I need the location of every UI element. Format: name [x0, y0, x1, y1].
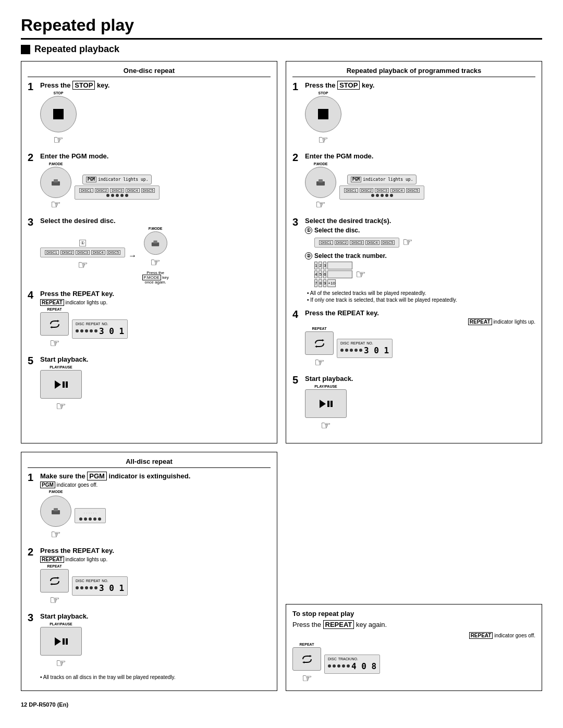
rprog-hand-1: ☞	[318, 133, 328, 147]
rprog-repeat-label: REPEAT	[312, 327, 327, 330]
rprog-play-icons	[320, 400, 333, 408]
rprog-repeat-note: REPEAT indicator lights up.	[305, 319, 535, 325]
dot-2	[111, 194, 114, 197]
hand-icon-4: ☞	[150, 256, 161, 269]
step-num-2: 2	[28, 152, 37, 163]
pause-bar-1	[63, 381, 65, 388]
ad-repeat-st: REPEAT	[86, 579, 101, 583]
track-8: 8	[319, 279, 322, 287]
to-stop-title: To stop repeat play	[292, 610, 535, 618]
rprog-stop-label: STOP	[319, 91, 328, 95]
rprog-dot-10	[359, 349, 362, 352]
rprog-disc-row: DISC1 DISC2 DISC3 DISC4 DISC5	[344, 188, 420, 193]
rprog-dot-1	[371, 194, 374, 197]
dot-3	[116, 194, 119, 197]
repeat-note-1: REPEAT indicator lights up.	[40, 300, 271, 305]
step-1: 1 Press the STOP key. STOP ☞	[28, 81, 271, 147]
rprog-status-row: DISC REPEAT NO.	[340, 341, 373, 345]
to-stop-hand: ☞	[302, 672, 312, 685]
ad-step-3-illustration: PLAY/PAUSE ☞	[40, 622, 271, 670]
repeat-label-1: REPEAT	[47, 307, 62, 311]
svg-marker-9	[315, 346, 317, 348]
pgm-display-area: PGM indicator lights up. DISC1 DISC2 DIS…	[75, 175, 160, 200]
ad-step-1-content: Make sure the PGM indicator is extinguis…	[40, 472, 271, 541]
sub-step-1-text: Select the disc.	[314, 227, 413, 234]
arrow-1: →	[128, 251, 137, 261]
repeat-display-inner: DISC REPEAT NO. 3 0 1	[76, 322, 124, 336]
pmode-note: Press the P.MODE key once again.	[140, 270, 171, 285]
main-two-col: One-disc repeat 1 Press the STOP key. ST…	[21, 61, 542, 443]
hand-icon-1: ☞	[53, 133, 64, 147]
to-stop-repeat-btn: REPEAT ☞	[292, 643, 321, 685]
rprog-dot-7	[345, 349, 348, 352]
to-stop-dot-row: 4 0 8	[328, 661, 376, 671]
rprog-step-3: 3 Select the desired track(s). ① Select …	[292, 217, 535, 304]
svg-marker-5	[50, 326, 52, 328]
circle-sub-2: ②	[305, 252, 312, 260]
disc-row-1: DISC1 DISC2 DISC3 DISC4 DISC5	[79, 188, 155, 193]
rprog-step-1-content: Press the STOP key. STOP ☞	[305, 81, 535, 147]
pgm-btn-2	[144, 231, 167, 255]
ad-dot-5	[98, 517, 101, 521]
svg-rect-11	[54, 508, 58, 511]
sub-disc-2: DISC2	[335, 240, 349, 245]
rprog-pgm-display: PGM indicator lights up.	[347, 175, 417, 184]
step-2: 2 Enter the PGM mode. P.MODE ☞	[28, 152, 271, 212]
ad-pgm-btn-area: P.MODE ☞	[40, 490, 71, 541]
repeat-prog-title: Repeated playback of programmed tracks	[292, 67, 535, 77]
to-stop-rep-label: REPEAT	[300, 643, 314, 646]
ad-step-2-illustration: REPEAT ☞ DISC REPEAT NO.	[40, 564, 271, 607]
rprog-step-5-content: Start playback. PLAY/PAUSE	[305, 375, 535, 433]
step-5-text: Start playback.	[40, 355, 271, 363]
to-stop-repeat-box: REPEAT	[323, 620, 354, 629]
ad-dot-3	[89, 517, 92, 521]
ad-step-num-2: 2	[28, 547, 37, 557]
rprog-step-2-row: Enter the PGM mode. P.MODE ☞	[305, 152, 535, 212]
to-stop-rep-icon	[292, 647, 321, 671]
ad-dot-row	[79, 517, 101, 521]
repeat-status: REPEAT	[86, 322, 101, 326]
dot-9	[90, 329, 93, 332]
step-5-content: Start playback. PLAY/PAUSE	[40, 355, 271, 413]
ad-repeat-display: DISC REPEAT NO. 3 0 1	[72, 576, 128, 596]
ad-pgm-box: PGM	[40, 482, 55, 488]
track-row-3: 7 8 9 +10	[314, 279, 352, 287]
sub-step-2-text: Select the track number.	[314, 252, 387, 260]
circle-1: ①	[79, 240, 86, 246]
rprog-step-4: 4 Press the REPEAT key. REPEAT indicator…	[292, 309, 535, 369]
track-empty-2	[327, 270, 352, 278]
svg-rect-1	[54, 179, 58, 182]
bullet-2: If only one track is selected, that trac…	[307, 297, 535, 303]
svg-marker-14	[310, 655, 312, 657]
bullet-notes-1: All of the selected tracks will be playe…	[307, 290, 535, 303]
ad-repeat-box: REPEAT	[40, 556, 64, 563]
rprog-step-2-content: Enter the PGM mode. P.MODE ☞	[305, 152, 535, 212]
rprog-no-status: NO.	[366, 341, 373, 345]
step-2-row: Enter the PGM mode. P.MODE ☞	[40, 152, 271, 212]
rprog-hand-2: ☞	[315, 198, 326, 212]
rprog-step-num-2: 2	[292, 152, 302, 163]
ad-no-st: NO.	[102, 579, 108, 583]
ad-no-disc: · · · · · ·	[84, 511, 96, 515]
play-label-1: PLAY/PAUSE	[50, 365, 72, 369]
rprog-repeat-status: REPEAT	[351, 341, 365, 345]
disc-display-1: DISC1 DISC2 DISC3 DISC4 DISC5	[75, 186, 160, 200]
hand-icon-3: ☞	[78, 258, 88, 272]
track-7: 7	[314, 279, 317, 287]
step-5-illustration: PLAY/PAUSE ☞	[40, 365, 271, 413]
ad-hand-3: ☞	[56, 657, 66, 670]
to-stop-disp-inner: DISC TRACK/NO. 4 0 8	[328, 657, 376, 671]
step-3-illustration: ① DISC1 DISC2 DISC3 DISC4 DISC5 ☞	[40, 227, 271, 285]
step-num-3: 3	[28, 217, 37, 227]
play-btn-icon-1	[40, 370, 82, 399]
dot-7	[80, 329, 83, 332]
rprog-pause-bars	[327, 401, 333, 407]
ad-step-1-illustration: P.MODE ☞ · · · · · ·	[40, 490, 271, 541]
ts-dot-3	[337, 664, 340, 668]
to-stop-text: Press the REPEAT key again.	[292, 621, 535, 628]
sub-hand-2: ☞	[356, 268, 366, 281]
ad-step-2: 2 Press the REPEAT key. REPEAT indicator…	[28, 547, 271, 607]
sub-step-1: ① Select the disc. DISC1 DISC2 DISC3 DIS…	[305, 227, 535, 249]
track-9: 9	[323, 279, 326, 287]
ad-play-label: PLAY/PAUSE	[50, 622, 72, 626]
